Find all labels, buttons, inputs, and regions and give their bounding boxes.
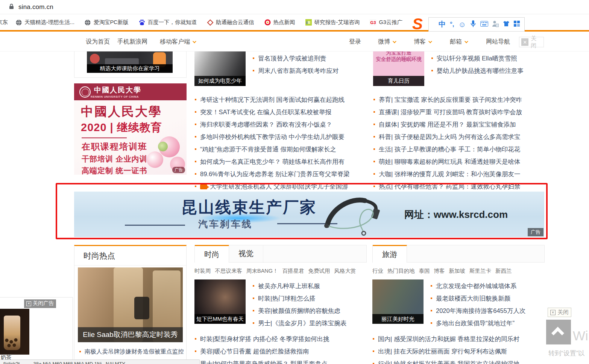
ime-toolbar[interactable]: 中 °, ☺ bbox=[428, 17, 525, 32]
news-item[interactable]: 北京发现金中都外城城墙体系 bbox=[430, 280, 525, 292]
news-link[interactable]: 2020年海南接待游客6455万人次 bbox=[436, 307, 525, 314]
news-link[interactable]: 出境| 挂在天际的壮丽画面 穿行匈牙利布达佩斯 bbox=[378, 348, 507, 355]
news-item[interactable]: 多地出台政策倡导“就地过年” bbox=[430, 317, 525, 329]
news-item[interactable]: 考研这十种情况下无法调剂 国考面试如何赢在起跑线 bbox=[194, 94, 367, 106]
news-link[interactable]: 婴幼儿护肤品挑选有哪些注意事 bbox=[437, 67, 524, 74]
news-item[interactable]: 美容|被颜值所捆绑的容貌焦虑 bbox=[252, 305, 346, 317]
news-item[interactable]: 科普| 孩子便秘是因为上火吗 为何有这么多高需求宝 bbox=[373, 131, 545, 143]
news-link[interactable]: 美容|被颜值所捆绑的容貌焦虑 bbox=[258, 307, 340, 314]
news-item[interactable]: 养育| 宝宝撒谎 家长的反应很重要 孩子间发生冲突咋 bbox=[373, 94, 545, 106]
subnav-link[interactable]: 热门目的地 bbox=[387, 267, 415, 275]
close-button[interactable]: ✕ 关闭 bbox=[548, 308, 571, 317]
news-item[interactable]: 直播课| 湿疹较严重 可打疫苗吗 教育孩时该咋学会放 bbox=[373, 106, 545, 118]
bookmark-aitaobao[interactable]: 爱淘宝PC新版 bbox=[85, 19, 129, 26]
nav-set-home[interactable]: 设为首页 bbox=[86, 32, 110, 51]
news-item[interactable]: 婴幼儿护肤品挑选有哪些注意事 bbox=[431, 65, 524, 77]
news-item[interactable]: 89.6%青年认为应考虑养老 别让寒门贵养压弯父辈脊梁 bbox=[194, 168, 367, 180]
news-link[interactable]: 被吴亦凡种草上班私服 bbox=[258, 282, 320, 289]
close-ad-button[interactable]: ✕ 关闭广告 bbox=[24, 299, 56, 308]
news-item[interactable]: “鸡娃”焦虑源于不肯接受普通 假期如何缓解家长之 bbox=[194, 143, 367, 156]
news-item[interactable]: 大咖| 张梓琳的慢育儿观 刘畊宏：和小泡芙像朋友一 bbox=[373, 168, 545, 180]
ime-mic-icon[interactable] bbox=[470, 20, 476, 29]
thumbnail-caption[interactable]: 短下巴MM也有春天 bbox=[194, 314, 246, 324]
subnav-link[interactable]: 风格大赏 bbox=[334, 267, 356, 275]
image-caption[interactable]: Elie Saab取消巴黎高定时装秀 bbox=[78, 327, 183, 342]
ime-skin-icon[interactable] bbox=[503, 21, 510, 28]
news-link[interactable]: 海归求职要考虑哪些因素？ 西欧有没有小饭桌？ bbox=[200, 121, 332, 128]
news-item[interactable]: 时装|热门球鞋怎么搭 bbox=[252, 292, 346, 305]
news-item[interactable]: 最老鼓楼西大街旧貌换新颜 bbox=[430, 292, 525, 305]
news-item[interactable]: 突发！SAT考试变化 在编人员任职某私校被举报 bbox=[194, 106, 367, 118]
tab-fashion[interactable]: 时尚 bbox=[195, 245, 229, 263]
news-item[interactable]: 男士|《流金岁月》里的珠宝腕表 bbox=[252, 317, 346, 329]
ime-toolbox-icon[interactable] bbox=[514, 21, 520, 28]
tab-travel[interactable]: 旅游 bbox=[373, 245, 407, 263]
ime-profile-icon[interactable] bbox=[492, 20, 499, 29]
news-item[interactable]: 出境| 挂在天际的壮丽画面 穿行匈牙利布达佩斯 bbox=[372, 345, 545, 358]
thumbnail-image[interactable]: 为宝宝打造 安全舒适的睡眠环境 育儿日历 bbox=[373, 51, 424, 86]
ime-chinese-mode-icon[interactable]: 中 bbox=[439, 20, 446, 29]
news-item[interactable]: 2020年海南接待游客6455万人次 bbox=[430, 305, 525, 317]
bookmark-tmall[interactable]: 天猫精选-理想生活... bbox=[15, 19, 74, 26]
nav-weibo[interactable]: 微博 bbox=[378, 32, 395, 51]
course-promo-card[interactable]: 精选大师课助你在家学习 bbox=[74, 51, 187, 78]
news-link[interactable]: 冒名顶替入学或被追刑责 bbox=[258, 55, 326, 62]
ime-punctuation-icon[interactable]: °, bbox=[450, 21, 454, 28]
news-link[interactable]: 突发！SAT考试变化 在编人员任职某私校被举报 bbox=[200, 109, 331, 115]
news-item[interactable]: 如何成为一名真正电竞少年？ 萌娃练单杠长高作用有 bbox=[194, 156, 367, 168]
news-link[interactable]: “鸡娃”焦虑源于不肯接受普通 假期如何缓解家长之 bbox=[200, 146, 336, 153]
nav-mobile-client[interactable]: 移动客户端 bbox=[160, 32, 195, 51]
news-link[interactable]: 多地出台政策倡导“就地过年” bbox=[436, 320, 515, 326]
subnav-link[interactable]: 时装周 bbox=[194, 267, 211, 275]
news-item[interactable]: 冒名顶替入学或被追刑责 bbox=[252, 52, 339, 65]
url-text[interactable]: sina.com.cn bbox=[18, 3, 53, 11]
bookmark-iresearch[interactable]: iR 研究报告-艾瑞咨询 bbox=[305, 19, 360, 26]
news-item[interactable]: 生活| 孩子上早教课的糟心事 手工：简单小物印花花 bbox=[373, 143, 545, 156]
course-promo-caption[interactable]: 精选大师课助你在家学习 bbox=[87, 64, 173, 73]
subnav-link[interactable]: 百搭星君 bbox=[282, 267, 304, 275]
news-link[interactable]: 萌娃| 聊聊毒素超标的网红玩具 和通透娃聊天是啥体 bbox=[379, 158, 520, 165]
news-link[interactable]: 男士|如何由普男变身质感帅哥？ 型男手套盘点 bbox=[200, 360, 328, 364]
news-item[interactable]: 多地叫停校外机构线下教学活动 中小学生幼儿护眼要 bbox=[194, 131, 367, 143]
thumbnail-caption[interactable]: 育儿日历 bbox=[373, 76, 424, 86]
ime-emoji-icon[interactable]: ☺ bbox=[458, 21, 466, 28]
news-item[interactable]: 被吴亦凡种草上班私服 bbox=[252, 280, 346, 292]
bookmark-jd[interactable]: 京东 bbox=[0, 19, 8, 26]
news-link[interactable]: 时装|梨型身材穿搭 内搭心经 冬季穿搭如何出挑 bbox=[200, 335, 329, 342]
bookmark-hotnews[interactable]: 热点新闻 bbox=[264, 19, 295, 26]
ime-keyboard-icon[interactable] bbox=[480, 21, 488, 28]
subnav-link[interactable]: 新西兰 bbox=[495, 267, 512, 275]
thumbnail-caption[interactable]: 如何成为电竞少年 bbox=[194, 76, 246, 86]
news-link[interactable]: 如何成为一名真正电竞少年？ 萌娃练单杠长高作用有 bbox=[200, 158, 345, 165]
news-item[interactable]: 自媒体| 安抚奶嘴 用还是不用？ 最新宝宝辅食添加 bbox=[373, 118, 545, 131]
subnav-link[interactable]: 不思议来客 bbox=[215, 267, 243, 275]
subnav-link[interactable]: 周末BANG！ bbox=[246, 267, 278, 275]
news-item[interactable]: 周末八省市新高考联考咋应对 bbox=[252, 65, 339, 77]
subnav-link[interactable]: 博客 bbox=[434, 267, 445, 275]
news-item[interactable]: 安以轩分享视频 Ella晒赏雪照 bbox=[431, 52, 524, 65]
news-link[interactable]: 北京发现金中都外城城墙体系 bbox=[436, 282, 517, 289]
back-to-top-button[interactable] bbox=[546, 320, 571, 344]
tab-visual[interactable]: 视觉 bbox=[229, 245, 263, 263]
news-link[interactable]: 美容|暖心节日香薰 超值的烂脸拯救指南 bbox=[200, 348, 309, 355]
browser-address-bar[interactable]: sina.com.cn bbox=[0, 0, 589, 14]
news-link[interactable]: 南极人卖吊牌涉嫌财务造假被重点监控 bbox=[85, 348, 184, 355]
news-link[interactable]: 最老鼓楼西大街旧貌换新颜 bbox=[436, 295, 510, 302]
news-link[interactable]: 大咖| 张梓琳的慢育儿观 刘畊宏：和小泡芙像朋友一 bbox=[379, 171, 520, 177]
news-item[interactable]: 南极人卖吊牌涉嫌财务造假被重点监控 bbox=[79, 346, 186, 358]
news-link[interactable]: 自媒体| 安抚奶嘴 用还是不用？ 最新宝宝辅食添加 bbox=[379, 121, 516, 128]
news-item[interactable]: 海归求职要考虑哪些因素？ 西欧有没有小饭桌？ bbox=[194, 118, 367, 131]
news-item[interactable]: 行业| 绘就乡村振兴壮美画卷 我国首次立法保护湿地 bbox=[372, 358, 545, 364]
subnav-link[interactable]: 行业 bbox=[372, 267, 383, 275]
news-item[interactable]: 时装|梨型身材穿搭 内搭心经 冬季穿搭如何出挑 bbox=[194, 333, 367, 345]
subnav-link[interactable]: 斯里兰卡 bbox=[469, 267, 491, 275]
nav-login[interactable]: 登录 bbox=[349, 32, 361, 51]
news-item[interactable]: 国内| 感受深圳的活力和妩媚 香格里拉深处的同乐村 bbox=[372, 333, 545, 345]
subnav-link[interactable]: 免费试用 bbox=[308, 267, 330, 275]
bookmark-zhutong[interactable]: 助通融合云通信 bbox=[207, 19, 254, 26]
nav-blog[interactable]: 博客 bbox=[414, 32, 431, 51]
subnav-link[interactable]: 新加坡 bbox=[449, 267, 466, 275]
news-item[interactable]: 男士|如何由普男变身质感帅哥？ 型男手套盘点 bbox=[194, 358, 367, 364]
news-link[interactable]: 多地叫停校外机构线下教学活动 中小学生幼儿护眼要 bbox=[200, 133, 345, 140]
thumbnail-image[interactable]: 短下巴MM也有春天 bbox=[194, 279, 246, 324]
